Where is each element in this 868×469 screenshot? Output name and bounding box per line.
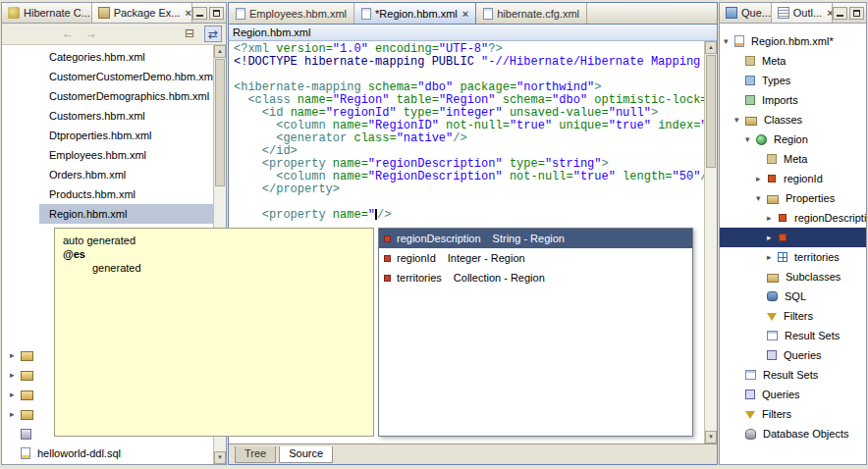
editor-scrollbar[interactable]: ▲ ▼ [704, 41, 717, 443]
outline-item[interactable]: Filters [720, 306, 866, 326]
folder-icon [21, 410, 33, 420]
hibernate-console-icon [8, 7, 20, 19]
editor-tab-label: Employees.hbm.xml [249, 8, 347, 20]
maximize-icon[interactable] [849, 7, 864, 20]
collapsed-arrow-icon[interactable]: ▸ [10, 390, 21, 399]
outline-item[interactable]: ▾Region [720, 130, 866, 149]
link-with-editor-icon[interactable]: ⇄ [204, 26, 222, 42]
collapsed-arrow-icon[interactable]: ▸ [10, 370, 21, 380]
page-tab-tree[interactable]: Tree [235, 446, 276, 463]
expanded-arrow-icon[interactable]: ▾ [724, 36, 734, 46]
code-token: table= [397, 93, 439, 107]
tab-outline[interactable]: Outl... × [772, 3, 833, 23]
editor-tab-employees[interactable]: Employees.hbm.xml [229, 3, 354, 24]
outline-item[interactable]: Result Sets [720, 326, 866, 345]
outline-item[interactable]: Meta [720, 51, 866, 71]
autocomplete-item[interactable]: territoriesCollection - Region [379, 268, 692, 287]
package-explorer-item[interactable]: helloworld-ddl.sql [2, 443, 213, 463]
sqlfile-icon [21, 447, 30, 459]
page-tab-source[interactable]: Source [279, 446, 333, 463]
autocomplete-item[interactable]: regionDescriptionString - Region [379, 229, 692, 248]
outline-item[interactable]: Filters [720, 404, 866, 424]
scroll-down-icon[interactable]: ▼ [705, 431, 717, 443]
collapsed-arrow-icon[interactable]: ▸ [767, 233, 778, 242]
code-token [389, 93, 396, 107]
collapsed-arrow-icon[interactable]: ▸ [10, 409, 21, 419]
collection-icon [778, 252, 787, 262]
collapsed-arrow-icon[interactable]: ▸ [756, 174, 767, 183]
outline-item[interactable]: ▸regionDescription [720, 208, 866, 228]
collapsed-arrow-icon[interactable]: ▸ [10, 350, 21, 360]
outline-item[interactable]: ▾Classes [720, 110, 866, 130]
code-line[interactable]: <property name="/> [229, 209, 704, 222]
collapse-all-icon[interactable]: ⊟ [181, 26, 198, 42]
maximize-icon[interactable] [209, 7, 224, 20]
editor-tab-region[interactable]: *Region.hbm.xml × [354, 3, 476, 24]
scrollbar-thumb[interactable] [215, 59, 225, 186]
package-explorer-item[interactable]: Orders.hbm.xml [2, 165, 213, 184]
outline-item[interactable]: Meta [720, 149, 866, 169]
editor-tab-hibernate-cfg[interactable]: hibernate.cfg.xml [476, 3, 587, 24]
code-token: name= [333, 119, 368, 132]
code-line[interactable]: <generator class="native"/> [229, 132, 704, 145]
close-icon[interactable]: × [186, 7, 191, 19]
class-icon [756, 134, 767, 145]
minimize-icon[interactable] [192, 7, 207, 20]
package-explorer-item[interactable]: CustomerDemographics.hbm.xml [2, 86, 213, 106]
collapsed-arrow-icon[interactable]: ▸ [767, 213, 778, 223]
tab-queries[interactable]: Que... [720, 3, 772, 23]
autocomplete-item[interactable]: regionIdInteger - Region [379, 248, 692, 268]
tree-item-label: Properties [783, 191, 838, 205]
collapsed-arrow-icon[interactable]: ▸ [767, 252, 778, 262]
meta-icon [767, 154, 777, 164]
outline-item[interactable]: Queries [720, 345, 866, 365]
outline-item[interactable]: ▸ [720, 228, 866, 247]
outline-item[interactable]: ▾Region.hbm.xml* [720, 31, 866, 51]
code-line[interactable]: <!DOCTYPE hibernate-mapping PUBLIC "-//H… [229, 56, 704, 69]
outline-item[interactable]: Queries [720, 385, 866, 404]
resultset-icon [745, 370, 756, 380]
outline-item[interactable]: Imports [720, 90, 866, 110]
outline-item[interactable]: Types [720, 71, 866, 90]
expanded-arrow-icon[interactable]: ▾ [734, 115, 745, 125]
minimize-icon[interactable] [833, 7, 847, 20]
scroll-up-icon[interactable]: ▲ [705, 41, 717, 54]
query-icon [745, 390, 755, 399]
tree-item-label: Result Sets [782, 329, 842, 342]
scrollbar-thumb[interactable] [706, 55, 716, 168]
code-token: <id [262, 106, 291, 120]
code-line[interactable]: </property> [229, 183, 704, 196]
close-icon[interactable]: × [462, 8, 468, 20]
outline-item[interactable]: Result Sets [720, 365, 866, 385]
code-token [234, 93, 247, 107]
tree-item-label: Imports [759, 93, 801, 107]
expanded-arrow-icon[interactable]: ▾ [756, 193, 767, 203]
editor-page-tabbar: Tree Source [229, 443, 717, 464]
outline-item[interactable]: Subclasses [720, 267, 866, 287]
tree-item-label: helloworld-ddl.sql [34, 446, 124, 460]
code-token: <column [276, 170, 333, 183]
package-explorer-item[interactable]: Products.hbm.xml [2, 184, 213, 204]
outline-item[interactable]: ▸territories [720, 247, 866, 267]
scroll-down-icon[interactable]: ▼ [214, 451, 226, 464]
package-explorer-item[interactable]: Region.hbm.xml [2, 204, 213, 224]
package-explorer-item[interactable]: Customers.hbm.xml [2, 106, 213, 126]
tree-item-label [37, 393, 43, 395]
outline-item[interactable]: ▸regionId [720, 169, 866, 188]
expanded-arrow-icon[interactable]: ▾ [745, 134, 756, 144]
forward-icon[interactable]: → [82, 26, 100, 42]
outline-item[interactable]: ▾Properties [720, 188, 866, 208]
package-explorer-item[interactable]: CustomerCustomerDemo.hbm.xml [2, 67, 213, 86]
package-explorer-item[interactable]: Employees.hbm.xml [2, 145, 213, 165]
tab-package-explorer[interactable]: Package Ex... × [92, 3, 192, 23]
outline-item[interactable]: Database Objects [720, 424, 866, 443]
code-token: /> [453, 131, 466, 145]
back-icon[interactable]: ← [59, 26, 77, 42]
scroll-up-icon[interactable]: ▲ [214, 45, 226, 58]
outline-item[interactable]: SQL [720, 287, 866, 306]
code-token: "null" [609, 106, 651, 120]
package-explorer-item[interactable]: Dtproperties.hbm.xml [2, 126, 213, 145]
tab-hibernate-configurations[interactable]: Hibernate C... [2, 3, 92, 23]
code-token: name= [333, 157, 368, 171]
package-explorer-item[interactable]: Categories.hbm.xml [2, 47, 213, 67]
